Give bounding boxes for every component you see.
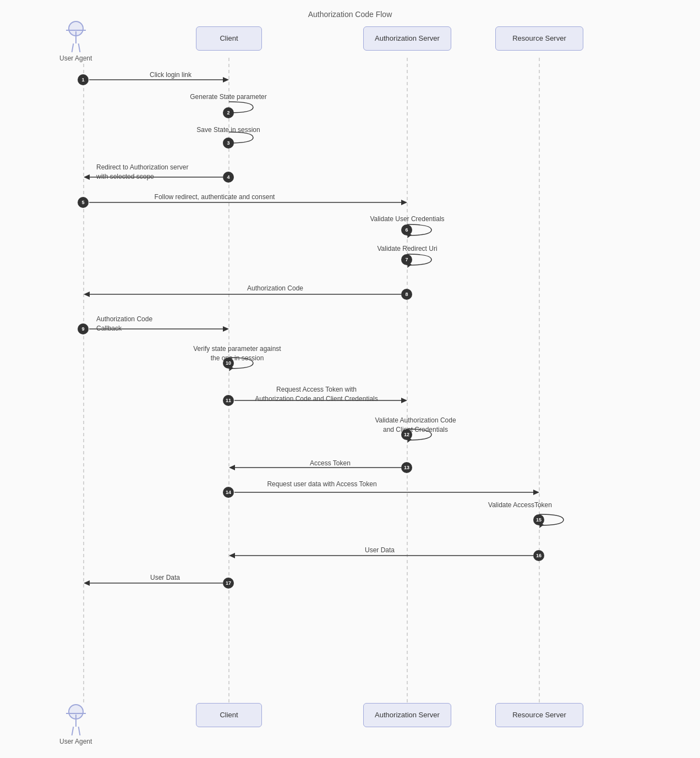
svg-marker-17 xyxy=(223,326,229,332)
user-arms-bottom xyxy=(66,713,86,714)
label-step-16: User Data xyxy=(325,546,435,555)
user-arms-top xyxy=(66,30,86,31)
user-agent-top-label: User Agent xyxy=(59,54,92,62)
step-11-circle: 11 xyxy=(223,395,234,406)
arrows-svg xyxy=(0,0,700,758)
step-9-circle: 9 xyxy=(78,323,89,334)
svg-marker-30 xyxy=(84,580,90,586)
step-16-circle: 16 xyxy=(533,550,544,561)
client-box-bottom: Client xyxy=(196,703,262,727)
step-8-circle: 8 xyxy=(401,289,412,300)
step-5-circle: 5 xyxy=(78,197,89,208)
user-left-leg-bottom xyxy=(71,727,74,735)
user-body-bottom xyxy=(75,715,76,727)
label-step-12: Validate Authorization Codeand Client Cr… xyxy=(352,416,479,435)
user-agent-bottom: User Agent xyxy=(59,704,92,745)
step-4-circle: 4 xyxy=(223,172,234,183)
resource-server-box-top: Resource Server xyxy=(495,26,583,51)
step-7-circle: 7 xyxy=(401,254,412,265)
step-12-circle: 12 xyxy=(401,429,412,440)
label-step-9: Authorization CodeCallback xyxy=(96,315,195,333)
svg-marker-5 xyxy=(223,77,229,83)
label-step-17: User Data xyxy=(121,573,209,583)
step-2-circle: 2 xyxy=(223,107,234,118)
auth-server-box-top: Authorization Server xyxy=(363,26,451,51)
user-left-leg-top xyxy=(71,43,74,52)
label-step-5: Follow redirect, authenticate and consen… xyxy=(121,193,308,202)
label-step-11: Request Access Token withAuthorization C… xyxy=(237,385,396,404)
diagram-container: Authorization Code Flow User Agent Clien… xyxy=(0,0,700,758)
diagram-title: Authorization Code Flow xyxy=(0,0,700,19)
svg-marker-28 xyxy=(229,553,235,558)
auth-server-box-bottom: Authorization Server xyxy=(363,703,451,727)
step-14-circle: 14 xyxy=(223,487,234,498)
label-step-1: Click login link xyxy=(121,70,220,80)
label-step-10: Verify state parameter againstthe one in… xyxy=(174,344,300,363)
step-15-circle: 15 xyxy=(533,514,544,525)
user-legs-bottom xyxy=(72,727,80,735)
user-legs-top xyxy=(72,43,80,52)
label-step-6: Validate User Credentials xyxy=(352,215,462,224)
resource-server-box-bottom: Resource Server xyxy=(495,703,583,727)
svg-marker-11 xyxy=(401,200,407,205)
user-right-leg-bottom xyxy=(78,727,80,735)
label-step-15: Validate AccessToken xyxy=(468,501,572,510)
label-step-8: Authorization Code xyxy=(220,284,330,293)
step-3-circle: 3 xyxy=(223,138,234,149)
svg-marker-25 xyxy=(533,490,539,495)
label-step-13: Access Token xyxy=(275,459,385,468)
step-1-circle: 1 xyxy=(78,74,89,85)
step-10-circle: 10 xyxy=(223,358,234,369)
label-step-7: Validate Redirect Uri xyxy=(352,244,462,254)
client-box-top: Client xyxy=(196,26,262,51)
svg-marker-23 xyxy=(229,465,235,470)
step-6-circle: 6 xyxy=(401,224,412,235)
svg-marker-15 xyxy=(84,292,90,297)
label-step-14: Request user data with Access Token xyxy=(237,480,407,489)
label-step-3: Save State in session xyxy=(182,125,275,135)
user-agent-bottom-label: User Agent xyxy=(59,738,92,745)
label-step-4: Redirect to Authorization serverwith sel… xyxy=(96,163,217,182)
step-13-circle: 13 xyxy=(401,462,412,473)
svg-marker-20 xyxy=(401,398,407,403)
svg-marker-9 xyxy=(84,174,90,180)
user-agent-top: User Agent xyxy=(59,21,92,62)
step-17-circle: 17 xyxy=(223,578,234,589)
user-right-leg-top xyxy=(78,43,80,52)
user-body-top xyxy=(75,31,76,43)
label-step-2: Generate State parameter xyxy=(182,92,275,102)
